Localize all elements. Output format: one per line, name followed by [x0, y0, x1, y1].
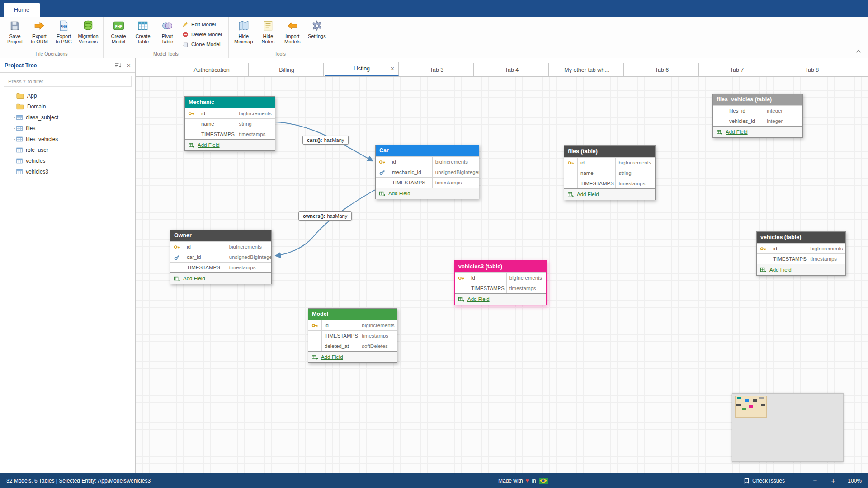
tree-item-vehicles3[interactable]: vehicles3 — [0, 166, 135, 177]
create-model-button[interactable]: PHP CreateModel — [106, 18, 131, 44]
tab-8[interactable]: Tab 8 — [775, 63, 849, 76]
edit-model-button[interactable]: Edit Model — [182, 21, 222, 28]
field-row[interactable]: TIMESTAMPS timestamps — [308, 330, 397, 341]
zoom-in-button[interactable]: + — [828, 477, 838, 484]
tab-billing[interactable]: Billing — [250, 63, 324, 76]
tree-item-files-vehicles[interactable]: files_vehicles — [0, 134, 135, 145]
add-field-button[interactable]: Add Field — [376, 188, 479, 199]
export-orm-button[interactable]: Exportto ORM — [27, 18, 52, 44]
field-row[interactable]: id bigIncrements — [455, 272, 546, 283]
tree-item-vehicles[interactable]: vehicles — [0, 155, 135, 166]
entity-car[interactable]: Car id bigIncrements mechanic_id unsigne… — [375, 145, 479, 199]
field-row[interactable]: mechanic_id unsignedBigInteger — [376, 167, 479, 177]
field-row[interactable]: id bigIncrements — [185, 108, 275, 118]
add-field-link[interactable]: Add Field — [388, 191, 410, 196]
field-row[interactable]: id bigIncrements — [564, 157, 655, 168]
entity-model[interactable]: Model id bigIncrements TIMESTAMPS timest… — [308, 308, 397, 363]
entity-files[interactable]: files (table) id bigIncrements name stri… — [564, 145, 656, 200]
field-row[interactable]: TIMESTAMPS timestamps — [757, 253, 845, 264]
add-field-link[interactable]: Add Field — [769, 267, 792, 272]
entity-header[interactable]: vehicles (table) — [757, 232, 845, 243]
add-field-link[interactable]: Add Field — [577, 192, 599, 197]
entity-header[interactable]: files (table) — [564, 146, 655, 157]
tree-item-app[interactable]: App — [0, 90, 135, 101]
entity-owner[interactable]: Owner id bigIncrements car_id unsignedBi… — [170, 230, 272, 284]
ribbon-tab-home[interactable]: Home — [4, 3, 40, 17]
add-field-button[interactable]: Add Field — [455, 293, 546, 305]
entity-vehicles[interactable]: vehicles (table) id bigIncrements TIMEST… — [756, 231, 846, 276]
tree-item-class-subject[interactable]: class_subject — [0, 112, 135, 123]
entity-header[interactable]: Model — [308, 309, 397, 320]
tree-item-domain[interactable]: Domain — [0, 101, 135, 112]
add-field-link[interactable]: Add Field — [726, 129, 748, 135]
add-field-button[interactable]: Add Field — [308, 351, 397, 362]
close-icon[interactable]: × — [391, 66, 394, 72]
tree-item-role-user[interactable]: role_user — [0, 145, 135, 155]
export-png-button[interactable]: PNG Exportto PNG — [52, 18, 76, 44]
add-field-link[interactable]: Add Field — [321, 354, 343, 360]
tab-3[interactable]: Tab 3 — [400, 63, 474, 76]
sort-icon[interactable] — [115, 62, 122, 69]
field-type: bigIncrements — [226, 242, 271, 252]
entity-mechanic[interactable]: Mechanic id bigIncrements name string TI… — [184, 96, 275, 151]
hide-notes-button[interactable]: HideNotes — [256, 18, 280, 44]
import-models-icon — [287, 19, 298, 33]
settings-button[interactable]: Settings — [305, 18, 329, 39]
entity-header[interactable]: Mechanic — [185, 97, 275, 108]
add-field-link[interactable]: Add Field — [183, 276, 205, 281]
entity-header[interactable]: vehicles3 (table) — [455, 261, 546, 272]
field-row[interactable]: deleted_at softDeletes — [308, 341, 397, 351]
tab-7[interactable]: Tab 7 — [700, 63, 774, 76]
check-issues-button[interactable]: Check Issues — [744, 478, 785, 484]
pivot-table-button[interactable]: PivotTable — [155, 18, 179, 44]
relationship-label-cars[interactable]: cars():hasMany — [302, 136, 349, 145]
field-row[interactable]: name string — [564, 168, 655, 178]
field-row[interactable]: car_id unsignedBigInteger — [170, 252, 271, 262]
field-row[interactable]: id bigIncrements — [308, 320, 397, 330]
tab-authentication[interactable]: Authentication — [175, 63, 249, 76]
field-row[interactable]: TIMESTAMPS timestamps — [185, 129, 275, 139]
migration-versions-button[interactable]: MigrationVersions — [76, 18, 100, 44]
entity-header[interactable]: Car — [376, 145, 479, 156]
tab-listing[interactable]: Listing × — [325, 62, 399, 76]
add-field-button[interactable]: Add Field — [713, 126, 802, 137]
field-row[interactable]: TIMESTAMPS timestamps — [376, 177, 479, 188]
tab-label: Tab 6 — [655, 67, 669, 73]
entity-vehicles3[interactable]: vehicles3 (table) id bigIncrements TIMES… — [454, 260, 547, 305]
create-table-button[interactable]: CreateTable — [131, 18, 155, 44]
import-models-button[interactable]: ImportModels — [280, 18, 305, 44]
tab-4[interactable]: Tab 4 — [475, 63, 549, 76]
hide-minimap-button[interactable]: HideMinimap — [231, 18, 256, 44]
add-field-button[interactable]: Add Field — [170, 272, 271, 284]
add-field-button[interactable]: Add Field — [185, 139, 275, 150]
entity-files-vehicles[interactable]: files_vehicles (table) files_id integer … — [712, 94, 803, 138]
tab-my-other-tab[interactable]: My other tab wh... — [550, 63, 624, 76]
collapse-ribbon-icon[interactable] — [855, 47, 862, 55]
delete-model-button[interactable]: Delete Model — [182, 31, 222, 38]
tab-6[interactable]: Tab 6 — [625, 63, 699, 76]
add-field-link[interactable]: Add Field — [467, 296, 490, 302]
tree-item-files[interactable]: files — [0, 123, 135, 134]
field-row[interactable]: TIMESTAMPS timestamps — [170, 262, 271, 272]
entity-header[interactable]: files_vehicles (table) — [713, 94, 802, 105]
field-row[interactable]: name string — [185, 118, 275, 129]
relationship-label-owners[interactable]: owners():hasMany — [298, 211, 352, 221]
zoom-out-button[interactable]: − — [810, 477, 820, 484]
minimap[interactable] — [732, 393, 844, 462]
tree-filter-input[interactable] — [4, 76, 132, 87]
field-row[interactable]: id bigIncrements — [757, 243, 845, 253]
save-project-button[interactable]: SaveProject — [3, 18, 27, 44]
field-row[interactable]: TIMESTAMPS timestamps — [564, 178, 655, 188]
field-row[interactable]: id bigIncrements — [170, 241, 271, 252]
field-row[interactable]: vehicles_id integer — [713, 116, 802, 126]
close-icon[interactable]: × — [127, 62, 131, 69]
field-row[interactable]: TIMESTAMPS timestamps — [455, 283, 546, 293]
field-row[interactable]: id bigIncrements — [376, 156, 479, 167]
add-field-link[interactable]: Add Field — [198, 142, 220, 148]
add-field-button[interactable]: Add Field — [564, 188, 655, 200]
diagram-canvas[interactable]: Mechanic id bigIncrements name string TI… — [136, 77, 868, 473]
clone-model-button[interactable]: Clone Model — [182, 41, 222, 47]
entity-header[interactable]: Owner — [170, 230, 271, 241]
field-row[interactable]: files_id integer — [713, 105, 802, 116]
add-field-button[interactable]: Add Field — [757, 264, 845, 275]
